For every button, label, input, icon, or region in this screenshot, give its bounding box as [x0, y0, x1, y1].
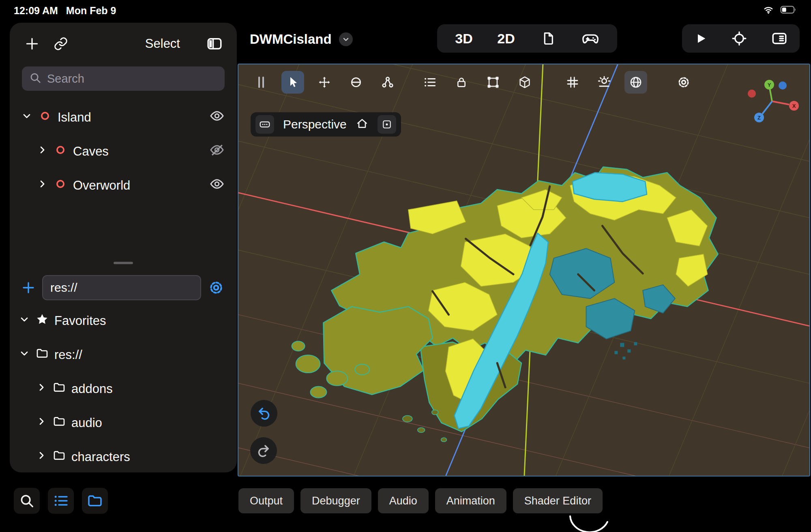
- chevron-right-icon[interactable]: [36, 178, 48, 193]
- audio-button[interactable]: Audio: [378, 488, 429, 513]
- visibility-eye-off-icon[interactable]: [209, 142, 225, 161]
- gizmo-x-label: X: [792, 103, 796, 109]
- group-select-icon[interactable]: [482, 71, 504, 94]
- panel-layout-button[interactable]: [206, 35, 223, 52]
- script-mode-button[interactable]: [527, 24, 569, 53]
- view-label[interactable]: Perspective: [283, 118, 347, 131]
- run-controls: [682, 24, 800, 53]
- file-row-audio[interactable]: audio: [10, 406, 237, 440]
- visibility-eye-icon[interactable]: [209, 176, 225, 195]
- debugger-button[interactable]: Debugger: [300, 488, 371, 513]
- mode-2d-button[interactable]: 2D: [485, 24, 527, 53]
- origin-dot-square-icon[interactable]: [378, 115, 396, 134]
- tree-row-caves[interactable]: Caves: [10, 135, 237, 169]
- sun-environment-icon[interactable]: [593, 71, 616, 94]
- chevron-right-icon[interactable]: [36, 450, 47, 464]
- docks-toggle-button[interactable]: [771, 30, 788, 47]
- panel-drag-handle[interactable]: [114, 262, 133, 264]
- instance-scene-button[interactable]: [54, 36, 68, 51]
- mesh-cube-icon[interactable]: [513, 71, 536, 94]
- search-icon: [29, 72, 41, 85]
- battery-icon: [780, 5, 797, 16]
- world-globe-icon[interactable]: [624, 71, 647, 94]
- tree-row-overworld[interactable]: Overworld: [10, 169, 237, 203]
- gizmo-y-label: Y: [768, 82, 771, 88]
- dock-files-button[interactable]: [82, 488, 108, 514]
- scene-panel: Select Island: [10, 23, 237, 472]
- folder-icon: [53, 381, 66, 397]
- tree-label: Island: [58, 110, 91, 125]
- project-title-group: DWMCisland: [250, 32, 353, 47]
- chevron-right-icon[interactable]: [36, 416, 47, 430]
- animation-button[interactable]: Animation: [435, 488, 506, 513]
- camera-preview-icon[interactable]: [255, 115, 274, 134]
- status-bar: 12:09 AM Mon Feb 9: [0, 0, 811, 21]
- toolbar-drag-handle[interactable]: [250, 71, 272, 94]
- page-title: DWMCisland: [250, 32, 332, 47]
- lock-icon[interactable]: [450, 71, 473, 94]
- focus-crosshair-button[interactable]: [731, 30, 747, 47]
- node-circle-icon: [54, 178, 67, 193]
- chevron-down-icon[interactable]: [21, 110, 32, 125]
- visibility-eye-icon[interactable]: [209, 108, 225, 127]
- dock-buttons: [14, 488, 108, 514]
- star-icon: [36, 313, 49, 329]
- mode-switcher: 3D 2D: [437, 24, 617, 53]
- chevron-down-icon[interactable]: [19, 314, 30, 328]
- game-mode-button[interactable]: [569, 24, 611, 53]
- add-node-button[interactable]: [24, 36, 40, 51]
- file-label: characters: [71, 450, 130, 464]
- file-row-addons[interactable]: addons: [10, 372, 237, 406]
- file-row-characters[interactable]: characters: [10, 440, 237, 472]
- dock-search-button[interactable]: [14, 488, 40, 514]
- undo-button[interactable]: [251, 400, 277, 427]
- file-row-res[interactable]: res://: [10, 338, 237, 372]
- snap-grid-icon[interactable]: [561, 71, 584, 94]
- wifi-icon: [762, 4, 775, 17]
- status-date: Mon Feb 9: [66, 5, 116, 17]
- node-circle-icon: [54, 144, 67, 159]
- status-time: 12:09 AM: [14, 5, 58, 17]
- title-dropdown-button[interactable]: [339, 32, 353, 46]
- screen: 12:09 AM Mon Feb 9: [0, 0, 811, 532]
- redo-button[interactable]: [250, 437, 277, 464]
- move-tool-icon[interactable]: [313, 71, 336, 94]
- select-tool-icon[interactable]: [281, 71, 304, 94]
- file-row-favorites[interactable]: Favorites: [10, 304, 237, 338]
- axis-gizmo[interactable]: Y X Z: [743, 78, 804, 125]
- select-mode-button[interactable]: Select: [145, 36, 180, 51]
- view-menu: Perspective: [251, 112, 401, 137]
- play-button[interactable]: [694, 32, 708, 45]
- file-tree: Favorites res:// addons: [10, 304, 237, 472]
- select-list-icon[interactable]: [418, 71, 441, 94]
- file-label: addons: [71, 382, 113, 396]
- scene-panel-header: Select: [10, 23, 237, 54]
- add-path-button[interactable]: [21, 280, 36, 295]
- chevron-down-icon[interactable]: [19, 348, 30, 362]
- scan-settings-icon[interactable]: [208, 279, 225, 296]
- transform-tool-icon[interactable]: [376, 71, 399, 94]
- scene-tree: Island Caves: [10, 100, 237, 203]
- mode-3d-button[interactable]: 3D: [443, 24, 485, 53]
- path-input[interactable]: [42, 275, 201, 300]
- viewport-toolbar: [250, 71, 695, 94]
- file-label: audio: [71, 416, 102, 430]
- home-view-icon[interactable]: [356, 117, 369, 132]
- gizmo-z-label: Z: [757, 115, 761, 121]
- folder-icon: [53, 415, 66, 431]
- node-circle-icon: [39, 110, 51, 125]
- output-button[interactable]: Output: [238, 488, 294, 513]
- chevron-right-icon[interactable]: [36, 382, 47, 396]
- shader-editor-button[interactable]: Shader Editor: [513, 488, 603, 513]
- chevron-right-icon[interactable]: [36, 144, 48, 159]
- rotate-tool-icon[interactable]: [345, 71, 367, 94]
- dock-scene-list-button[interactable]: [48, 488, 74, 514]
- tree-row-island[interactable]: Island: [10, 100, 237, 135]
- viewport-settings-icon[interactable]: [672, 71, 695, 94]
- scene-search-input[interactable]: [47, 72, 217, 85]
- folder-icon: [36, 347, 49, 363]
- bottom-dock-bar: Output Debugger Audio Animation Shader E…: [238, 488, 603, 513]
- scene-search-field[interactable]: [22, 66, 225, 91]
- corner-arc: [568, 514, 612, 532]
- viewport[interactable]: Perspective Y X Z: [238, 64, 810, 476]
